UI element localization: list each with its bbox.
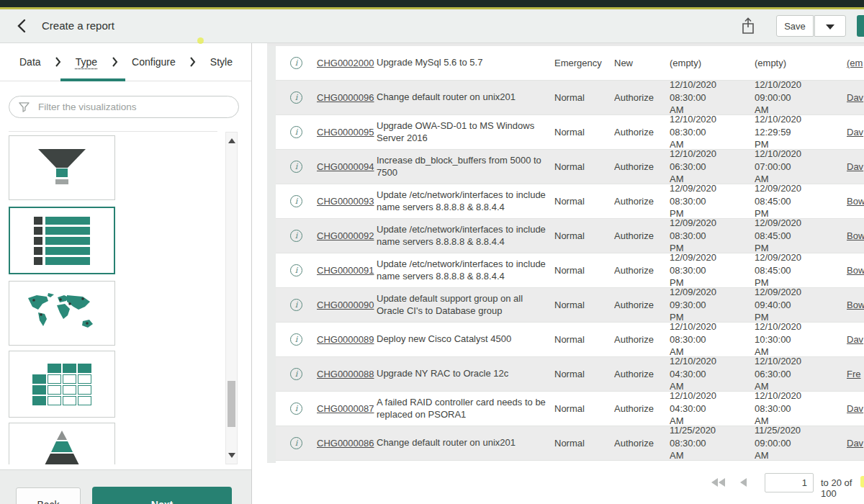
info-icon[interactable]: i <box>290 368 302 380</box>
back-button[interactable]: Back <box>16 487 81 504</box>
row-assignee-link[interactable]: Bow <box>847 230 864 241</box>
back-chevron-button[interactable] <box>13 18 30 35</box>
first-page-button[interactable] <box>711 478 725 487</box>
row-description: Upgrade OWA-SD-01 to MS Windows Server 2… <box>377 120 554 145</box>
row-assignee-link[interactable]: Fre <box>847 369 861 379</box>
report-preview-area: i CHG0002000 Upgrade MySql 5.6 to 5.7 Em… <box>252 43 864 504</box>
row-assignee-link[interactable]: Dav <box>847 334 863 345</box>
table-row[interactable]: i CHG0000095 Upgrade OWA-SD-01 to MS Win… <box>276 115 864 150</box>
viz-tile-pyramid[interactable] <box>9 423 115 464</box>
run-button-partial[interactable] <box>857 15 864 37</box>
row-number-link[interactable]: CHG0000091 <box>317 265 374 276</box>
row-priority: Normal <box>554 403 614 414</box>
row-number-link[interactable]: CHG0000094 <box>317 161 374 172</box>
row-number-link[interactable]: CHG0000087 <box>317 403 374 414</box>
row-priority: Normal <box>554 161 614 172</box>
visualization-type-list <box>0 132 252 464</box>
first-page-icon <box>711 478 718 487</box>
row-number-link[interactable]: CHG0000092 <box>317 230 374 241</box>
row-assignee-link[interactable]: (em <box>847 58 863 68</box>
row-assignee-link[interactable]: Dav <box>847 161 863 172</box>
row-number-link[interactable]: CHG0000095 <box>317 127 374 138</box>
info-icon[interactable]: i <box>290 126 302 138</box>
row-info-cell: i <box>276 437 317 449</box>
viz-tile-table[interactable] <box>9 351 115 418</box>
previous-page-button[interactable] <box>740 478 747 487</box>
tab-data[interactable]: Data <box>19 56 41 68</box>
table-row[interactable]: i CHG0000089 Deploy new Cisco Catalyst 4… <box>276 323 864 357</box>
info-icon[interactable]: i <box>290 437 302 449</box>
row-priority: Normal <box>554 300 614 310</box>
info-icon[interactable]: i <box>290 299 302 311</box>
row-description: A failed RAID controller card needs to b… <box>377 397 554 421</box>
info-icon[interactable]: i <box>290 333 302 346</box>
row-number-link[interactable]: CHG0000086 <box>317 438 374 449</box>
tab-style[interactable]: Style <box>210 56 233 68</box>
row-start-date: 12/10/2020 06:30:00 AM <box>670 148 755 186</box>
row-info-cell: i <box>276 91 317 104</box>
first-page-icon <box>719 478 725 487</box>
row-number-link[interactable]: CHG0000090 <box>317 300 374 310</box>
row-assignee-link[interactable]: Dav <box>847 92 863 103</box>
row-info-cell: i <box>276 333 317 346</box>
table-row[interactable]: i CHG0000086 Change default router on un… <box>276 426 864 461</box>
table-row[interactable]: i CHG0000093 Update /etc/network/interfa… <box>276 184 864 219</box>
table-row[interactable]: i CHG0000092 Update /etc/network/interfa… <box>276 219 864 253</box>
info-icon[interactable]: i <box>290 161 302 173</box>
panel-scrollbar[interactable] <box>225 132 238 464</box>
list-chart-icon <box>34 217 90 265</box>
save-button[interactable]: Save <box>776 15 814 37</box>
filter-input[interactable] <box>37 101 238 113</box>
share-button[interactable] <box>739 17 757 36</box>
row-state: Authorize <box>614 334 670 345</box>
row-description: Update /etc/network/interfaces to includ… <box>377 189 554 214</box>
row-assignee-link[interactable]: Bow <box>847 265 864 276</box>
table-row[interactable]: i CHG0000090 Update default support grou… <box>276 288 864 323</box>
scrollbar-thumb[interactable] <box>228 381 235 427</box>
scroll-down-icon[interactable] <box>228 453 235 458</box>
row-number-link[interactable]: CHG0002000 <box>317 58 374 68</box>
tab-configure[interactable]: Configure <box>132 56 176 68</box>
viz-tile-map[interactable] <box>9 281 115 346</box>
viz-tile-funnel[interactable] <box>9 135 115 200</box>
info-icon[interactable]: i <box>290 230 302 242</box>
save-dropdown-button[interactable] <box>814 15 846 37</box>
table-row[interactable]: i CHG0000094 Increase db_block_buffers f… <box>276 150 864 184</box>
row-assignee-link[interactable]: Dav <box>847 403 863 414</box>
row-assignee-link[interactable]: Bow <box>847 196 864 207</box>
scroll-up-icon[interactable] <box>228 138 235 143</box>
info-icon[interactable]: i <box>290 91 302 104</box>
next-button[interactable]: Next <box>92 487 232 504</box>
row-state: Authorize <box>614 92 670 103</box>
row-number-link[interactable]: CHG0000089 <box>317 334 374 345</box>
row-state: Authorize <box>614 369 670 379</box>
row-end-date: 12/09/2020 09:40:00 PM <box>755 286 847 324</box>
tab-type[interactable]: Type <box>76 56 97 68</box>
info-icon[interactable]: i <box>290 57 302 69</box>
table-row[interactable]: i CHG0000096 Change default router on un… <box>276 81 864 115</box>
row-number-link[interactable]: CHG0000088 <box>317 369 374 379</box>
table-row[interactable]: i CHG0000088 Upgrade NY RAC to Oracle 12… <box>276 357 864 392</box>
row-assignee-link[interactable]: Bow <box>847 300 864 310</box>
row-number-link[interactable]: CHG0000096 <box>317 92 374 103</box>
row-priority: Emergency <box>554 58 614 68</box>
row-number-link[interactable]: CHG0000093 <box>317 196 374 207</box>
table-row[interactable]: i CHG0000091 Update /etc/network/interfa… <box>276 253 864 288</box>
table-row[interactable]: i CHG0000087 A failed RAID controller ca… <box>276 392 864 426</box>
row-start-date: 11/25/2020 08:30:00 AM <box>670 424 755 462</box>
row-assignee-link[interactable]: Dav <box>847 127 863 138</box>
breadcrumb-chevron-icon <box>189 57 196 67</box>
info-icon[interactable]: i <box>290 195 302 207</box>
row-state: Authorize <box>614 265 670 276</box>
row-info-cell: i <box>276 57 317 69</box>
row-end-date: 12/09/2020 08:45:00 PM <box>755 251 847 289</box>
row-info-cell: i <box>276 368 317 380</box>
viz-tile-list[interactable] <box>9 207 115 274</box>
info-icon[interactable]: i <box>290 264 302 276</box>
info-icon[interactable]: i <box>290 402 302 415</box>
row-assignee-link[interactable]: Dav <box>847 438 863 449</box>
row-priority: Normal <box>554 230 614 241</box>
click-highlight <box>197 37 204 44</box>
table-row[interactable]: i CHG0002000 Upgrade MySql 5.6 to 5.7 Em… <box>276 46 864 81</box>
page-number-input[interactable] <box>765 473 814 492</box>
